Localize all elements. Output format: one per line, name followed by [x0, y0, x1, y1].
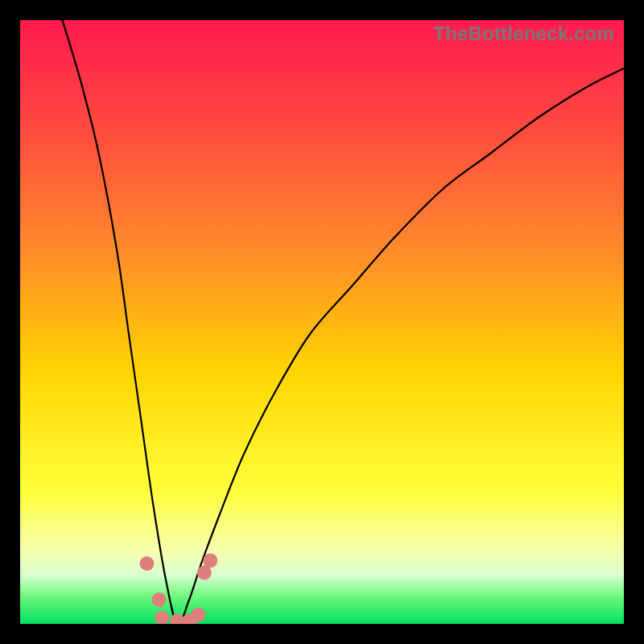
chart-frame: TheBottleneck.com: [0, 0, 644, 644]
curve-path: [63, 20, 625, 624]
data-point: [203, 553, 217, 568]
plot-area: TheBottleneck.com: [20, 20, 624, 624]
data-point: [140, 556, 155, 571]
data-point: [155, 611, 169, 625]
curve-markers: [140, 553, 218, 624]
bottleneck-curve: [20, 20, 624, 624]
data-point: [191, 608, 205, 622]
data-point: [152, 592, 167, 607]
watermark-text: TheBottleneck.com: [433, 23, 614, 45]
